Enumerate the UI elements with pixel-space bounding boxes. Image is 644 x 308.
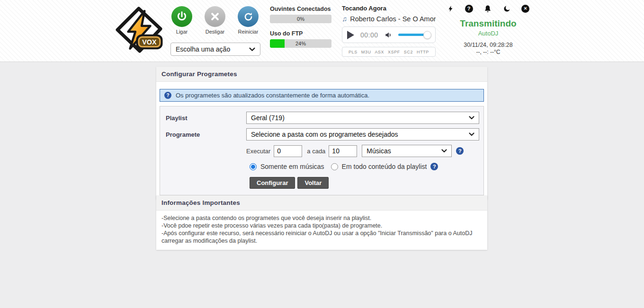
- transmission-status: Transmitindo: [446, 18, 530, 29]
- programete-select[interactable]: Selecione a pasta com os programetes des…: [246, 128, 479, 141]
- top-header: VOX Ligar Desligar Reiniciar: [0, 0, 644, 62]
- lightning-icon[interactable]: [447, 4, 454, 13]
- power-off-label: Desligar: [198, 29, 232, 35]
- radio-todo-conteudo[interactable]: [331, 163, 338, 170]
- action-select-value: Escolha uma ação: [176, 45, 230, 53]
- ftp-label: Uso do FTP: [270, 30, 331, 37]
- unit-select[interactable]: Músicas: [362, 145, 452, 157]
- radio-somente-musicas-label[interactable]: Somente em músicas: [260, 163, 324, 170]
- executar-every-input[interactable]: [329, 145, 357, 157]
- datetime-text: 30/11/24, 09:28:28: [446, 42, 530, 48]
- chevron-down-icon: [441, 149, 447, 153]
- now-playing-panel: Tocando Agora ♫ Roberto Carlos - Se O Am…: [342, 5, 436, 57]
- important-info-panel: Informações Importantes -Selecione a pas…: [156, 195, 487, 250]
- link-pls[interactable]: PLS: [349, 50, 358, 54]
- power-off-group: Desligar: [198, 6, 232, 35]
- play-button[interactable]: [347, 31, 354, 39]
- help-circle-icon: ?: [164, 92, 171, 99]
- info-panel-body: -Selecione a pasta contendo os programet…: [156, 211, 487, 250]
- power-on-button[interactable]: [171, 6, 192, 27]
- music-note-icon: ♫: [342, 15, 347, 23]
- speaker-icon[interactable]: [384, 30, 394, 40]
- playlist-links-bar: PLS M3U ASX XSPF SC2 HTTP: [342, 47, 436, 57]
- info-line: -Você pdoe repetir este processo várias …: [161, 222, 482, 229]
- weather-text: --, --: --°C: [446, 49, 530, 55]
- listeners-label: Ouvintes Conectados: [270, 6, 331, 12]
- player-time: 00:00: [360, 31, 378, 39]
- power-on-group: Ligar: [165, 6, 199, 35]
- volume-slider[interactable]: [398, 34, 428, 36]
- volume-slider-thumb[interactable]: [423, 31, 431, 39]
- radios-help-icon[interactable]: ?: [430, 163, 438, 170]
- playlist-select-value: Geral (719): [251, 114, 285, 122]
- a-cada-label: a cada: [307, 148, 325, 155]
- action-select[interactable]: Escolha uma ação: [170, 43, 260, 56]
- refresh-icon: [242, 11, 254, 23]
- link-xspf[interactable]: XSPF: [388, 50, 400, 54]
- configurar-button[interactable]: Configurar: [250, 177, 295, 189]
- main-content: Configurar Programetes ? Os programetes …: [0, 62, 644, 308]
- executar-count-input[interactable]: [274, 145, 302, 157]
- power-on-label: Ligar: [165, 29, 199, 35]
- moon-icon[interactable]: [503, 5, 511, 13]
- meters-panel: Ouvintes Conectados 0% Uso do FTP 24%: [270, 6, 331, 48]
- programete-select-value: Selecione a pasta com os programetes des…: [251, 131, 398, 138]
- now-playing-title: Tocando Agora: [342, 5, 436, 12]
- chevron-down-icon: [469, 116, 474, 120]
- info-line: -Após configurar este recurso, será nece…: [161, 229, 482, 245]
- x-icon: [209, 10, 221, 23]
- radio-todo-conteudo-label[interactable]: Em todo conteúdo da playlist: [342, 163, 427, 170]
- ftp-progressbar: 24%: [270, 39, 331, 48]
- voltar-button[interactable]: Voltar: [297, 177, 329, 189]
- power-off-button[interactable]: [205, 6, 225, 27]
- restart-group: Reiniciar: [231, 6, 265, 35]
- info-panel-title: Informações Importantes: [156, 195, 487, 211]
- chevron-down-icon: [469, 132, 474, 136]
- config-panel-title: Configurar Programetes: [156, 67, 487, 82]
- programete-label: Programete: [164, 131, 246, 138]
- ftp-progress-value: 24%: [270, 39, 331, 48]
- info-line: -Selecione a pasta contendo os programet…: [161, 214, 482, 222]
- executar-label: Executar: [246, 148, 270, 155]
- unit-select-value: Músicas: [367, 147, 391, 155]
- now-playing-song: Roberto Carlos - Se O Amor Se V.: [350, 15, 436, 23]
- playlist-label: Playlist: [164, 114, 246, 122]
- svg-text:VOX: VOX: [142, 38, 157, 46]
- transmission-mode: AutoDJ: [446, 30, 530, 37]
- info-alert-text: Os programetes são atualizados constante…: [176, 92, 369, 99]
- config-programetes-panel: Configurar Programetes ? Os programetes …: [156, 67, 487, 199]
- playlist-select[interactable]: Geral (719): [246, 112, 479, 124]
- lightning-logo-icon: VOX: [115, 6, 163, 54]
- link-http[interactable]: HTTP: [417, 50, 429, 54]
- help-icon[interactable]: ?: [465, 5, 473, 13]
- executar-help-icon[interactable]: ?: [456, 147, 464, 155]
- link-sc2[interactable]: SC2: [404, 50, 413, 54]
- bell-icon[interactable]: [483, 4, 492, 13]
- info-alert: ? Os programetes são atualizados constan…: [160, 89, 484, 102]
- radio-somente-musicas[interactable]: [250, 163, 257, 170]
- listeners-progress-value: 0%: [270, 15, 331, 23]
- vox-winamp-logo: VOX: [115, 6, 163, 54]
- power-icon: [176, 10, 188, 23]
- status-panel: ? ✕ Transmitindo AutoDJ 30/11/24, 09:28:…: [446, 4, 530, 55]
- programetes-form: Playlist Geral (719) Programete: [160, 106, 484, 195]
- link-asx[interactable]: ASX: [375, 50, 384, 54]
- restart-label: Reiniciar: [231, 29, 265, 35]
- link-m3u[interactable]: M3U: [361, 50, 371, 54]
- chevron-down-icon: [249, 47, 255, 52]
- restart-button[interactable]: [238, 6, 259, 27]
- close-icon[interactable]: ✕: [521, 5, 529, 13]
- audio-player: 00:00: [342, 26, 436, 43]
- listeners-progressbar: 0%: [270, 15, 331, 23]
